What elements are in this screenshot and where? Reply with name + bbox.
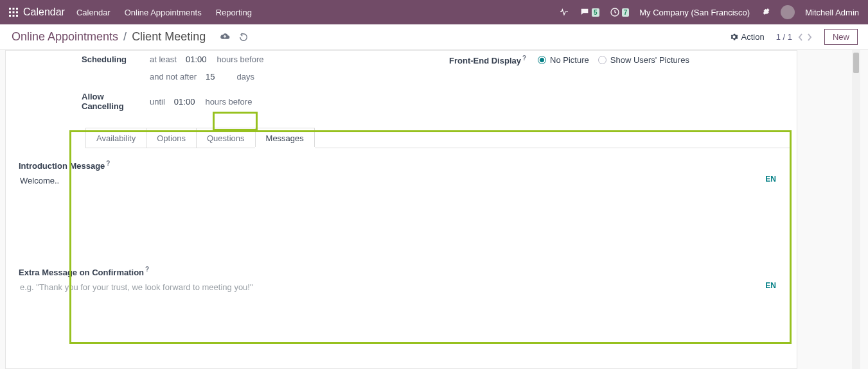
avatar[interactable] <box>781 5 795 19</box>
allow-cancelling-label: Allow Cancelling <box>82 92 143 111</box>
intro-message-editor[interactable]: Welcome.. EN <box>19 175 784 257</box>
confirm-message-section: Extra Message on Confirmation? e.g. "Tha… <box>11 259 792 347</box>
help-icon[interactable]: ? <box>522 55 526 62</box>
nav-menu-online-appointments[interactable]: Online Appointments <box>125 8 202 17</box>
help-icon[interactable]: ? <box>145 266 149 273</box>
form-tabs: Availability Options Questions Messages <box>85 128 792 148</box>
gear-icon <box>730 33 738 41</box>
intro-message-label: Introduction Message? <box>19 161 110 171</box>
vertical-scrollbar[interactable] <box>852 50 860 369</box>
radio-dot-on-icon <box>538 56 546 64</box>
radio-show-users-label: Show Users' Pictures <box>610 55 689 65</box>
intro-message-section: Introduction Message? Welcome.. EN <box>11 148 792 259</box>
svg-rect-3 <box>9 12 11 13</box>
svg-rect-7 <box>13 15 15 17</box>
not-after-value[interactable]: 15 <box>206 72 215 82</box>
user-name[interactable]: Mitchell Admin <box>805 8 859 17</box>
scheduling-label: Scheduling <box>82 55 143 64</box>
top-navbar: Calendar Calendar Online Appointments Re… <box>0 0 868 24</box>
control-panel-right: Action 1 / 1 New <box>730 29 858 45</box>
tab-availability[interactable]: Availability <box>85 128 146 148</box>
svg-rect-1 <box>13 8 15 10</box>
radio-dot-off-icon <box>598 56 607 64</box>
tray-clock-icon[interactable]: 7 <box>610 7 630 17</box>
messaging-badge: 5 <box>592 8 599 17</box>
breadcrumb: Online Appointments / Client Meeting <box>12 30 248 44</box>
intro-message-value: Welcome.. <box>20 176 59 185</box>
app-brand: Calendar <box>23 6 65 18</box>
confirm-message-placeholder: e.g. "Thank you for your trust, we look … <box>20 282 253 292</box>
scrollbar-thumb[interactable] <box>853 53 859 73</box>
svg-rect-5 <box>16 12 18 13</box>
nav-menus: Calendar Online Appointments Reporting <box>76 8 252 17</box>
confirm-message-editor[interactable]: e.g. "Thank you for your trust, we look … <box>19 281 784 345</box>
days-text: days <box>236 72 254 82</box>
svg-rect-2 <box>16 8 18 10</box>
breadcrumb-current: Client Meeting <box>132 30 206 44</box>
radio-no-picture[interactable]: No Picture <box>538 55 589 65</box>
pager: 1 / 1 <box>776 32 813 42</box>
tab-options[interactable]: Options <box>146 128 197 148</box>
svg-rect-4 <box>13 12 15 13</box>
apps-launcher[interactable]: Calendar <box>9 6 65 18</box>
until-text: until <box>150 97 165 107</box>
help-icon[interactable]: ? <box>106 160 110 167</box>
confirm-message-label: Extra Message on Confirmation? <box>19 268 149 277</box>
svg-rect-0 <box>9 8 11 10</box>
until-value[interactable]: 01:00 <box>174 97 195 107</box>
action-label: Action <box>741 32 765 42</box>
at-least-value[interactable]: 01:00 <box>186 55 207 64</box>
nav-menu-reporting[interactable]: Reporting <box>216 8 252 17</box>
breadcrumb-sep: / <box>123 30 127 44</box>
svg-rect-8 <box>16 15 18 17</box>
tray-activities-icon[interactable] <box>559 7 569 17</box>
pager-value[interactable]: 1 / 1 <box>776 32 792 42</box>
svg-rect-6 <box>9 15 11 17</box>
control-panel: Online Appointments / Client Meeting Act… <box>0 24 868 50</box>
not-after-text: and not after <box>150 72 197 82</box>
tray-messaging-icon[interactable]: 5 <box>580 7 599 17</box>
pager-next-icon[interactable] <box>806 33 813 41</box>
tray-debug-icon[interactable] <box>760 7 770 17</box>
cloud-unsaved-icon[interactable] <box>220 33 230 42</box>
action-button[interactable]: Action <box>730 32 765 42</box>
radio-no-picture-label: No Picture <box>550 55 589 65</box>
apps-icon <box>9 8 18 17</box>
nav-menu-calendar[interactable]: Calendar <box>76 8 111 17</box>
breadcrumb-parent[interactable]: Online Appointments <box>12 30 118 44</box>
front-end-display-label: Front-End Display? <box>449 55 526 65</box>
tab-questions[interactable]: Questions <box>196 128 256 148</box>
lang-button[interactable]: EN <box>765 175 776 184</box>
nav-right: 5 7 My Company (San Francisco) Mitchell … <box>559 5 859 19</box>
at-least-text: at least <box>150 55 177 64</box>
company-switcher[interactable]: My Company (San Francisco) <box>639 8 750 17</box>
radio-show-users[interactable]: Show Users' Pictures <box>598 55 689 65</box>
tab-messages[interactable]: Messages <box>255 128 315 148</box>
lang-button[interactable]: EN <box>765 281 776 290</box>
clock-badge: 7 <box>622 8 630 17</box>
discard-icon[interactable] <box>239 33 248 42</box>
new-button[interactable]: New <box>824 29 858 45</box>
hours-before-text: hours before <box>217 55 263 64</box>
form-sheet: Scheduling at least 01:00 hours before a… <box>5 50 797 369</box>
hours-before-text-2: hours before <box>205 97 252 107</box>
pager-prev-icon[interactable] <box>797 33 804 41</box>
